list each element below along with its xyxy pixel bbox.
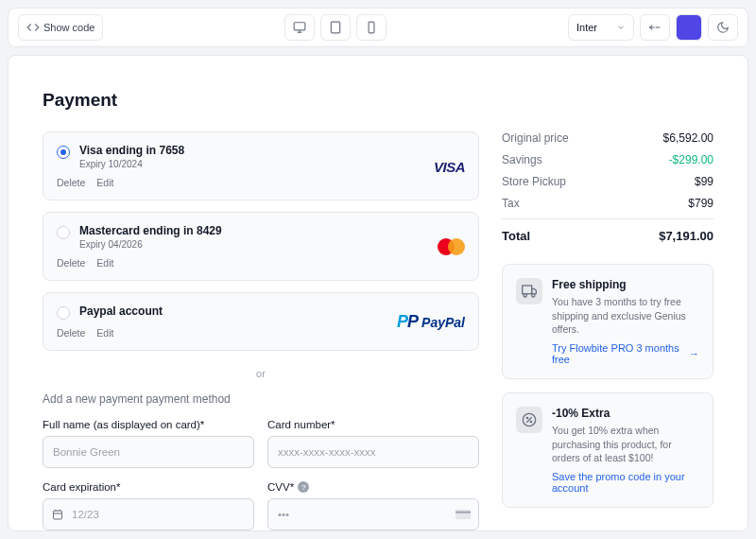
rtl-icon [648, 21, 662, 34]
promo-1-desc: You have 3 months to try free shipping a… [552, 295, 699, 337]
pm-mc-title: Mastercard ending in 8429 [79, 224, 222, 237]
order-summary: Original price$6,592.00 Savings-$299.00 … [502, 131, 713, 243]
mobile-preview-button[interactable] [356, 14, 387, 41]
pm-mc-expiry: Expiry 04/2026 [79, 239, 222, 250]
tablet-preview-button[interactable] [320, 14, 351, 41]
exp-input[interactable] [43, 498, 254, 530]
svg-point-19 [526, 417, 527, 418]
cardnum-input[interactable] [267, 436, 479, 468]
or-divider: or [43, 368, 479, 379]
svg-rect-13 [523, 286, 532, 294]
card-icon [455, 510, 471, 520]
desktop-preview-button[interactable] [284, 14, 315, 41]
calendar-icon [51, 509, 64, 520]
add-new-heading: Add a new payment payment method [43, 392, 479, 406]
sum-k-2: Store Pickup [502, 175, 566, 188]
sum-v-2: $99 [695, 175, 713, 188]
pm-visa-title: Visa ending in 7658 [79, 144, 184, 157]
svg-rect-5 [369, 22, 374, 33]
desktop-icon [293, 21, 306, 34]
payment-method-visa: Visa ending in 7658 Expiry 10/2024 Delet… [43, 131, 479, 200]
toggle-button[interactable] [676, 14, 702, 41]
sum-k-3: Tax [502, 197, 520, 210]
sum-k-1: Savings [502, 153, 542, 166]
promo-10-extra: -10% Extra You get 10% extra when purcha… [502, 392, 713, 508]
font-select[interactable]: Inter [568, 14, 634, 41]
cvv-input[interactable] [267, 498, 479, 530]
pm-visa-expiry: Expiry 10/2024 [79, 159, 184, 169]
visa-logo: VISA [434, 158, 465, 174]
code-icon [26, 21, 40, 34]
svg-point-16 [532, 294, 535, 297]
fullname-label: Full name (as displayed on card)* [43, 419, 254, 430]
paypal-logo: PPPayPal [397, 312, 465, 332]
cardnum-label: Card number* [267, 419, 479, 430]
radio-mastercard[interactable] [57, 226, 70, 239]
svg-rect-7 [54, 511, 62, 519]
svg-rect-3 [332, 22, 340, 33]
promo-2-title: -10% Extra [552, 407, 699, 420]
dark-mode-button[interactable] [708, 14, 738, 41]
exp-label: Card expiration* [43, 481, 254, 493]
delete-mc[interactable]: Delete [57, 257, 85, 269]
payment-method-mastercard: Mastercard ending in 8429 Expiry 04/2026… [43, 212, 479, 281]
arrow-right-icon: → [689, 348, 699, 359]
delete-pp[interactable]: Delete [57, 327, 85, 339]
top-toolbar: Show code Inter [8, 8, 748, 47]
rtl-toggle-button[interactable] [640, 14, 670, 41]
svg-point-20 [530, 421, 531, 422]
promo-1-title: Free shipping [552, 278, 699, 291]
sum-k-0: Original price [502, 131, 569, 145]
radio-paypal[interactable] [57, 306, 70, 320]
promo-2-link[interactable]: Save the promo code in your account [552, 471, 699, 494]
svg-rect-12 [455, 512, 471, 513]
font-select-value: Inter [576, 22, 597, 33]
moon-icon [716, 21, 730, 34]
tablet-icon [329, 21, 342, 34]
payment-method-paypal: Paypal account Delete Edit PPPayPal [43, 292, 479, 351]
promo-2-desc: You get 10% extra when purchasing this p… [552, 424, 699, 465]
sum-v-3: $799 [688, 197, 713, 210]
promo-1-link[interactable]: Try Flowbite PRO 3 months free→ [552, 342, 699, 365]
edit-pp[interactable]: Edit [96, 327, 113, 339]
cvv-label: CVV*? [267, 481, 479, 493]
svg-rect-11 [455, 510, 471, 520]
svg-rect-0 [294, 23, 305, 30]
svg-point-15 [524, 294, 526, 297]
radio-visa[interactable] [57, 146, 70, 159]
percent-icon [516, 407, 542, 433]
show-code-button[interactable]: Show code [18, 14, 103, 41]
sum-total-v: $7,191.00 [659, 229, 713, 243]
svg-marker-14 [532, 288, 537, 293]
edit-mc[interactable]: Edit [96, 257, 113, 269]
promo-free-shipping: Free shipping You have 3 months to try f… [502, 264, 713, 379]
pm-pp-title: Paypal account [79, 304, 163, 318]
page-title: Payment [43, 90, 713, 111]
sum-total-k: Total [502, 229, 530, 243]
show-code-label: Show code [43, 22, 94, 33]
delete-visa[interactable]: Delete [57, 177, 85, 188]
truck-icon [516, 278, 542, 304]
sum-v-1: -$299.00 [669, 153, 713, 166]
fullname-input[interactable] [43, 436, 254, 468]
sum-v-0: $6,592.00 [663, 131, 713, 145]
help-icon[interactable]: ? [298, 481, 309, 493]
edit-visa[interactable]: Edit [96, 177, 113, 188]
chevron-down-icon [616, 23, 626, 32]
mobile-icon [365, 21, 378, 34]
mastercard-logo [438, 238, 465, 255]
